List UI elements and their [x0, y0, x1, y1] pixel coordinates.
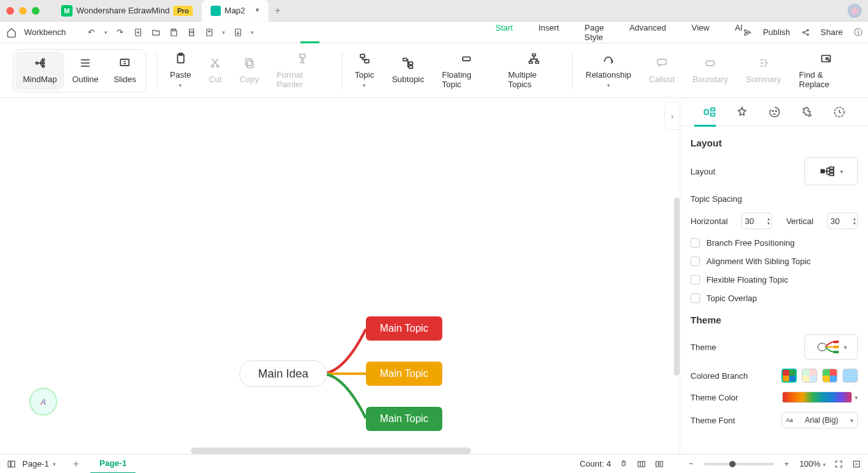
page-selector[interactable]: Page-1▾	[17, 457, 62, 470]
theme-font-selector[interactable]: AaArial (Big)▾	[781, 412, 858, 428]
svg-rect-41	[829, 173, 834, 175]
open-file-icon[interactable]	[151, 27, 161, 38]
main-topic-node[interactable]: Main Topic	[366, 316, 442, 341]
flexible-floating-checkbox[interactable]: Flexible Floating Topic	[690, 275, 858, 285]
menu-view[interactable]: View	[692, 23, 710, 42]
svg-rect-12	[121, 59, 129, 66]
app-logo-icon: M	[61, 5, 73, 17]
publish-button[interactable]: Publish	[763, 27, 790, 37]
view-mindmap[interactable]: MindMap	[15, 52, 64, 90]
ai-assistant-button[interactable]: A	[29, 388, 57, 416]
zoom-slider[interactable]	[704, 463, 774, 465]
topic-overlap-checkbox[interactable]: Topic Overlap	[690, 293, 858, 303]
export-icon[interactable]	[204, 27, 214, 38]
subtopic-label: Subtopic	[392, 74, 424, 84]
share-icon	[801, 27, 811, 38]
find-replace-label: Find & Replace	[799, 70, 853, 89]
zoom-in-button[interactable]: +	[781, 459, 792, 469]
theme-selector[interactable]: ▾	[804, 334, 858, 360]
vertical-scrollbar[interactable]	[674, 197, 680, 376]
document-tab[interactable]: Map2 •	[202, 0, 269, 22]
svg-rect-46	[8, 461, 11, 467]
fit-view-icon[interactable]	[636, 459, 647, 469]
help-icon[interactable]: ⓘ	[853, 27, 863, 38]
svg-point-16	[217, 65, 219, 67]
new-tab-button[interactable]: +	[269, 5, 287, 17]
svg-rect-47	[11, 461, 15, 467]
cut-button[interactable]: Cut	[200, 48, 230, 93]
floating-topic-button[interactable]: Floating Topic	[433, 47, 500, 94]
branch-swatch[interactable]	[843, 369, 858, 383]
menu-ai[interactable]: AI	[735, 23, 743, 42]
maximize-window-icon[interactable]	[32, 7, 39, 15]
branch-swatch[interactable]	[802, 369, 817, 383]
redo-icon[interactable]: ↷	[115, 27, 125, 38]
alignment-checkbox[interactable]: Alignment With Sibling Topic	[690, 257, 858, 266]
horizontal-spacing-input[interactable]: 30▴▾	[741, 213, 772, 229]
mouse-mode-icon[interactable]	[619, 459, 629, 469]
layout-tab-icon[interactable]	[702, 104, 717, 120]
center-view-icon[interactable]	[654, 459, 664, 469]
subtopic-button[interactable]: Subtopic	[383, 48, 433, 93]
menu-page-style[interactable]: Page Style	[585, 23, 604, 42]
branch-free-checkbox[interactable]: Branch Free Positioning	[690, 238, 858, 248]
main-menu: Start Insert Page Style Advanced View AI	[496, 23, 743, 42]
relationship-button[interactable]: Relationship ▾	[577, 47, 640, 94]
save-icon[interactable]	[169, 27, 179, 38]
new-file-icon[interactable]	[133, 27, 143, 38]
home-icon[interactable]	[6, 27, 17, 38]
topic-button[interactable]: Topic ▾	[346, 47, 383, 94]
svg-rect-49	[638, 461, 645, 466]
mindmap-canvas[interactable]: Main Idea Main Topic Main Topic Main Top…	[0, 98, 680, 454]
layout-selector[interactable]: ▾	[804, 157, 858, 185]
theme-font-label: Theme Font	[690, 416, 735, 425]
view-outline[interactable]: Outline	[64, 52, 106, 90]
theme-color-selector[interactable]: ▾	[782, 392, 858, 403]
zoom-level[interactable]: 100% ▾	[799, 459, 826, 469]
zoom-out-button[interactable]: −	[686, 459, 696, 469]
minimize-window-icon[interactable]	[19, 7, 27, 15]
branch-swatch[interactable]	[822, 369, 837, 383]
workbench-link[interactable]: Workbench	[24, 27, 66, 37]
multiple-topics-button[interactable]: Multiple Topics	[500, 47, 569, 94]
import-icon[interactable]	[233, 27, 243, 38]
central-topic-node[interactable]: Main Idea	[239, 360, 327, 387]
minimize-panel-icon[interactable]	[851, 459, 862, 469]
tab-active-indicator	[694, 125, 716, 127]
branch-swatch[interactable]	[781, 369, 797, 383]
copy-button[interactable]: Copy	[231, 48, 268, 93]
menu-start[interactable]: Start	[496, 23, 513, 42]
main-topic-node[interactable]: Main Topic	[366, 407, 442, 431]
svg-point-35	[772, 110, 773, 111]
find-replace-button[interactable]: Find & Replace	[790, 47, 862, 94]
boundary-button[interactable]: Boundary	[683, 48, 737, 93]
callout-button[interactable]: Callout	[640, 48, 683, 93]
svg-rect-51	[658, 463, 661, 465]
menu-insert[interactable]: Insert	[538, 23, 559, 42]
pro-badge: Pro	[173, 6, 192, 16]
horizontal-scrollbar[interactable]	[191, 448, 471, 454]
view-slides[interactable]: Slides	[106, 52, 144, 90]
history-tab-icon[interactable]	[832, 104, 847, 120]
fullscreen-icon[interactable]	[834, 459, 844, 469]
close-window-icon[interactable]	[6, 7, 14, 15]
collapse-panel-button[interactable]: ›	[664, 102, 680, 130]
pages-panel-icon[interactable]	[6, 459, 17, 469]
icon-tab-icon[interactable]	[767, 104, 782, 120]
user-avatar[interactable]	[848, 4, 862, 18]
svg-point-11	[42, 65, 44, 67]
undo-icon[interactable]: ↶	[87, 27, 97, 38]
page-tab[interactable]: Page-1	[90, 455, 136, 474]
clipart-tab-icon[interactable]	[799, 104, 815, 120]
share-button[interactable]: Share	[821, 27, 843, 37]
vertical-spacing-input[interactable]: 30▴▾	[827, 213, 858, 229]
menu-advanced[interactable]: Advanced	[629, 23, 666, 42]
main-topic-node[interactable]: Main Topic	[366, 362, 442, 386]
print-icon[interactable]	[186, 27, 197, 38]
add-page-button[interactable]: +	[62, 458, 90, 470]
summary-button[interactable]: Summary	[737, 48, 790, 93]
svg-point-8	[36, 62, 38, 64]
paste-button[interactable]: Paste ▾	[161, 47, 200, 94]
format-painter-button[interactable]: Format Painter	[268, 47, 338, 94]
style-tab-icon[interactable]	[734, 104, 750, 120]
